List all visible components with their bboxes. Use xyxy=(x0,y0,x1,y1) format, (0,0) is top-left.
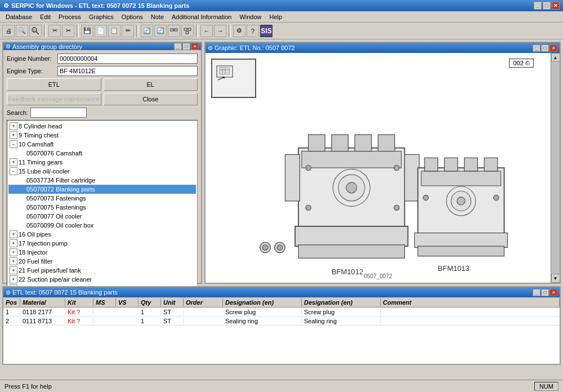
toolbar-cut2[interactable]: ✂ xyxy=(62,25,74,37)
table-cell: ST xyxy=(161,309,184,315)
table-cell: 1 xyxy=(138,309,161,315)
tree-item[interactable]: +21 Fuel pipes/fuel tank xyxy=(8,266,196,275)
toolbar-refresh4[interactable] xyxy=(181,25,194,37)
col-kit-header: Kit xyxy=(65,299,93,306)
graphic-minimize[interactable]: _ xyxy=(533,44,540,52)
assembly-maximize[interactable]: □ xyxy=(182,43,190,50)
etl-maximize[interactable]: □ xyxy=(541,289,549,296)
toolbar-print[interactable]: 🖨 xyxy=(2,25,15,37)
tree-item[interactable]: +11 Timing gears xyxy=(8,158,196,167)
col-pos-header: Pos xyxy=(3,299,20,306)
tree-item[interactable]: +9 Timing chest xyxy=(8,131,196,140)
tree-toggle[interactable]: + xyxy=(10,239,17,247)
tree-item[interactable]: −15 Lube oil/-cooler xyxy=(8,167,196,176)
table-row[interactable]: 20111 8713Kit ?1STSealing ringSealing ri… xyxy=(3,317,560,326)
tree-item[interactable]: 05070073 Fastenings xyxy=(8,194,196,203)
minimize-button[interactable]: _ xyxy=(534,2,542,10)
toolbar-sis[interactable]: SIS xyxy=(260,25,272,37)
svg-rect-39 xyxy=(484,158,498,171)
tree-toggle[interactable]: − xyxy=(10,167,17,175)
maximize-button[interactable]: □ xyxy=(543,2,551,10)
tree-item[interactable]: 05070077 Oil cooler xyxy=(8,212,196,221)
svg-rect-7 xyxy=(188,28,191,30)
toolbar-new[interactable]: 📄 xyxy=(95,25,107,37)
menu-options[interactable]: Options xyxy=(118,12,146,21)
tree-item[interactable]: 05070072 Blanking parts xyxy=(8,185,196,194)
tree-toggle[interactable]: + xyxy=(10,248,17,256)
toolbar-help[interactable]: ? xyxy=(247,25,259,37)
toolbar-cut1[interactable]: ✂ xyxy=(48,25,61,37)
svg-point-32 xyxy=(346,182,357,193)
etl-button[interactable]: ETL xyxy=(7,78,101,91)
toolbar-search1[interactable]: 🔍 xyxy=(16,25,28,37)
scroll-down-button[interactable]: ▼ xyxy=(551,274,560,283)
menu-process[interactable]: Process xyxy=(55,12,84,21)
tree-toggle[interactable]: + xyxy=(10,122,17,130)
close-assembly-button[interactable]: Close xyxy=(104,93,198,105)
toolbar: 🖨 🔍 Q ✂ ✂ 💾 📄 📋 ✏ 🔄 🔄 ← → ⚙ ? SIS xyxy=(0,23,563,39)
tree-container[interactable]: +8 Cylinder head+9 Timing chest−10 Camsh… xyxy=(7,120,198,295)
assembly-minimize[interactable]: _ xyxy=(174,43,182,50)
menu-help[interactable]: Help xyxy=(266,12,286,21)
graphic-maximize[interactable]: □ xyxy=(541,44,549,52)
tree-toggle[interactable]: + xyxy=(10,158,17,166)
toolbar-edit[interactable]: ✏ xyxy=(122,25,134,37)
etl-close[interactable]: ✕ xyxy=(549,289,557,296)
toolbar-sep2 xyxy=(77,25,79,37)
menu-additional-information[interactable]: Additional Information xyxy=(168,12,235,21)
tree-item[interactable]: +8 Cylinder head xyxy=(8,122,196,131)
tree-toggle[interactable]: − xyxy=(10,140,17,148)
engine-type-input[interactable] xyxy=(57,66,198,76)
tree-toggle[interactable]: + xyxy=(10,131,17,139)
num-indicator: NUM xyxy=(534,382,558,391)
toolbar-refresh1[interactable]: 🔄 xyxy=(141,25,153,37)
menu-note[interactable]: Note xyxy=(148,12,167,21)
feedback-button[interactable]: Feedback message maintenance xyxy=(7,93,101,105)
close-button[interactable]: ✕ xyxy=(552,2,560,10)
app-title: SERPIC for Windows - ETL text: 0507 0072… xyxy=(11,2,189,9)
el-button[interactable]: EL xyxy=(104,78,198,91)
menu-graphics[interactable]: Graphics xyxy=(86,12,117,21)
toolbar-refresh3[interactable] xyxy=(168,25,180,37)
tree-item[interactable]: 05070075 Fastenings xyxy=(8,203,196,212)
engine-number-input[interactable] xyxy=(57,54,198,64)
toolbar-paste[interactable]: 📋 xyxy=(108,25,120,37)
menu-database[interactable]: Database xyxy=(2,12,35,21)
menu-window[interactable]: Window xyxy=(236,12,265,21)
graphic-scrollbar[interactable]: ▲ ▼ xyxy=(551,53,560,283)
svg-rect-17 xyxy=(302,152,401,168)
table-row[interactable]: 10118 2177Kit ?1STScrew plugScrew plug xyxy=(3,308,560,317)
scroll-track[interactable] xyxy=(551,62,560,274)
tree-item[interactable]: +17 Injection pump xyxy=(8,239,196,248)
toolbar-save[interactable]: 💾 xyxy=(81,25,93,37)
menu-edit[interactable]: Edit xyxy=(37,12,54,21)
graphic-close[interactable]: ✕ xyxy=(549,44,557,52)
search-input[interactable] xyxy=(30,108,87,118)
toolbar-refresh2[interactable]: 🔄 xyxy=(154,25,167,37)
scroll-up-button[interactable]: ▲ xyxy=(551,53,560,62)
assembly-close[interactable]: ✕ xyxy=(191,43,199,50)
table-cell[interactable]: Kit ? xyxy=(65,309,93,315)
tree-toggle[interactable]: + xyxy=(10,275,17,283)
svg-rect-36 xyxy=(425,158,438,171)
tree-toggle[interactable]: + xyxy=(10,230,17,238)
tree-item[interactable]: 05070099 Oil cooler box xyxy=(8,221,196,230)
tree-item[interactable]: −10 Camshaft xyxy=(8,140,196,149)
toolbar-search2[interactable]: Q xyxy=(29,25,42,37)
tree-item-label: 18 Injector xyxy=(19,249,47,256)
tree-item[interactable]: +22 Suction pipe/air cleaner xyxy=(8,275,196,284)
tree-item[interactable]: +20 Fuel filter xyxy=(8,257,196,266)
svg-rect-4 xyxy=(175,29,177,31)
tree-item[interactable]: +16 Oil pipes xyxy=(8,230,196,239)
tree-toggle[interactable]: + xyxy=(10,266,17,274)
toolbar-forward[interactable]: → xyxy=(214,25,226,37)
engine-graphic: BFM1012 xyxy=(205,53,551,283)
etl-minimize[interactable]: _ xyxy=(533,289,540,296)
toolbar-back[interactable]: ← xyxy=(200,25,213,37)
table-cell[interactable]: Kit ? xyxy=(65,318,93,324)
tree-item[interactable]: +18 Injector xyxy=(8,248,196,257)
toolbar-config[interactable]: ⚙ xyxy=(233,25,245,37)
tree-item[interactable]: 05037734 Filter cartridge xyxy=(8,176,196,185)
tree-toggle[interactable]: + xyxy=(10,257,17,265)
tree-item[interactable]: 05070076 Camshaft xyxy=(8,149,196,158)
